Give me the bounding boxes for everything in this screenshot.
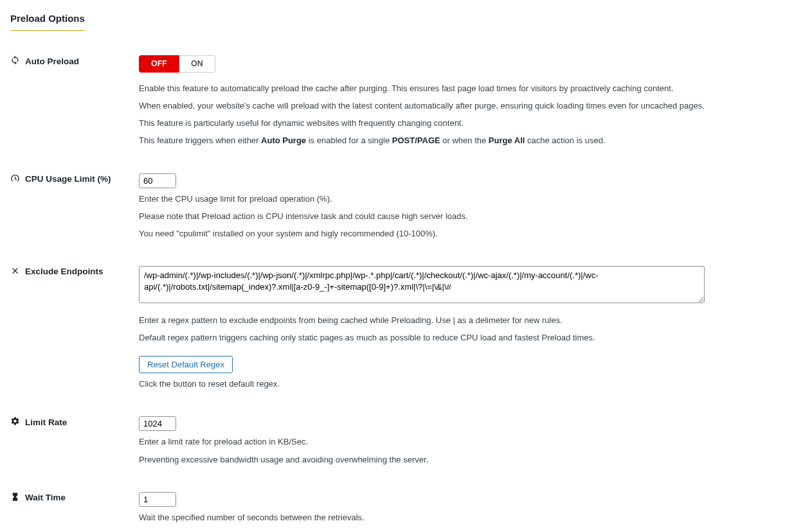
gauge-icon [10, 173, 20, 185]
auto-preload-label: Auto Preload [10, 55, 132, 67]
auto-preload-desc: This feature triggers when either Auto P… [139, 134, 802, 147]
hourglass-icon [10, 492, 20, 504]
exclude-endpoints-desc: Click the button to reset default regex. [139, 378, 802, 391]
gear-icon [10, 416, 20, 428]
close-icon [10, 266, 20, 277]
auto-preload-desc: This feature is particularly useful for … [139, 117, 802, 130]
wait-time-label: Wait Time [10, 492, 132, 504]
exclude-endpoints-textarea[interactable]: /wp-admin/(.*)|/wp-includes/(.*)|/wp-jso… [139, 266, 705, 303]
section-title: Preload Options [10, 13, 85, 31]
wait-time-desc: Wait the specified number of seconds bet… [139, 511, 802, 524]
exclude-endpoints-desc: Enter a regex pattern to exclude endpoin… [139, 314, 802, 327]
auto-preload-desc: Enable this feature to automatically pre… [139, 82, 802, 95]
exclude-endpoints-desc: Default regex pattern triggers caching o… [139, 331, 802, 344]
limit-rate-label: Limit Rate [10, 416, 132, 428]
cpu-limit-desc: Enter the CPU usage limit for preload op… [139, 193, 802, 206]
limit-rate-desc: Enter a limit rate for preload action in… [139, 436, 802, 448]
cpu-limit-input[interactable] [139, 173, 176, 188]
limit-rate-input[interactable] [139, 416, 176, 431]
wait-time-input[interactable] [139, 492, 176, 507]
refresh-icon [10, 55, 20, 67]
auto-preload-on-button[interactable]: ON [179, 55, 215, 73]
limit-rate-desc: Preventing excessive bandwidth usage and… [139, 453, 802, 466]
auto-preload-toggle: OFF ON [139, 55, 215, 73]
cpu-limit-label: CPU Usage Limit (%) [10, 173, 132, 185]
cpu-limit-desc: You need "cpulimit" installed on your sy… [139, 227, 802, 240]
exclude-endpoints-label: Exclude Endpoints [10, 266, 132, 277]
auto-preload-desc: When enabled, your website's cache will … [139, 100, 802, 112]
auto-preload-off-button[interactable]: OFF [139, 55, 179, 73]
reset-default-regex-button[interactable]: Reset Default Regex [139, 356, 233, 373]
cpu-limit-desc: Please note that Preload action is CPU i… [139, 210, 802, 223]
